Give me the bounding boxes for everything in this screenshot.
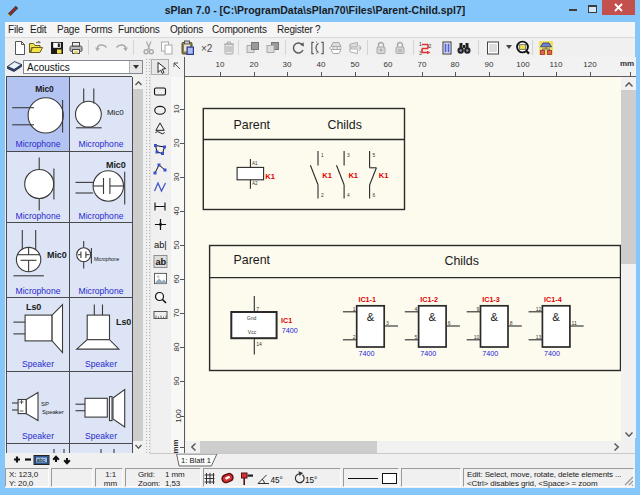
svg-text:K1: K1	[379, 171, 389, 180]
svg-text:1: 1	[321, 153, 324, 158]
svg-text:K1: K1	[322, 171, 332, 180]
svg-text:&: &	[367, 311, 375, 323]
svg-text:7: 7	[256, 306, 259, 312]
svg-text:45°: 45°	[271, 476, 283, 485]
svg-text:13: 13	[536, 334, 542, 340]
svg-text:3: 3	[386, 320, 389, 326]
svg-text:&: &	[429, 311, 437, 323]
svg-text:5: 5	[373, 153, 376, 158]
svg-text:6: 6	[448, 320, 451, 326]
svg-text:K1: K1	[265, 172, 275, 181]
svg-text:4: 4	[347, 193, 350, 198]
svg-text:7400: 7400	[544, 349, 560, 358]
svg-text:9: 9	[477, 306, 480, 312]
svg-text:7400: 7400	[358, 349, 374, 358]
svg-text:Gnd: Gnd	[247, 315, 257, 321]
svg-text:Childs: Childs	[445, 254, 479, 268]
svg-text:2: 2	[353, 334, 356, 340]
svg-text:A1: A1	[252, 161, 258, 166]
svg-text:A2: A2	[252, 181, 258, 186]
svg-text:abc: abc	[37, 457, 46, 463]
svg-text:×2: ×2	[201, 43, 213, 54]
svg-text:Parent: Parent	[234, 118, 271, 132]
svg-text:IC1-1: IC1-1	[358, 295, 376, 304]
svg-text:6: 6	[373, 193, 376, 198]
svg-text:IC1-3: IC1-3	[482, 295, 500, 304]
svg-text:IC1-2: IC1-2	[420, 295, 438, 304]
svg-text:1: 1	[419, 41, 422, 47]
svg-text:K1: K1	[348, 171, 358, 180]
svg-text:1: Blatt 1: 1: Blatt 1	[181, 456, 211, 465]
svg-text:IC1-4: IC1-4	[544, 295, 562, 304]
svg-text:4: 4	[415, 306, 418, 312]
svg-text:12: 12	[536, 306, 542, 312]
svg-text:IC1: IC1	[281, 316, 292, 325]
svg-text:Vcc: Vcc	[248, 329, 257, 335]
svg-text:Parent: Parent	[234, 253, 271, 267]
svg-text:ab: ab	[155, 257, 166, 267]
svg-text:14: 14	[256, 341, 262, 347]
svg-text:11: 11	[572, 320, 577, 326]
svg-text:1: 1	[353, 306, 356, 312]
svg-text:5: 5	[415, 334, 418, 340]
svg-text:8: 8	[510, 320, 513, 326]
svg-text:2: 2	[321, 193, 324, 198]
svg-text:Childs: Childs	[328, 118, 362, 132]
svg-text:7400: 7400	[482, 349, 498, 358]
svg-text:3: 3	[347, 153, 350, 158]
svg-text:ab|: ab|	[154, 240, 167, 250]
svg-text:10: 10	[474, 334, 480, 340]
svg-text:2: 2	[429, 43, 432, 49]
svg-text:&: &	[552, 311, 560, 323]
svg-text:7400: 7400	[420, 349, 436, 358]
svg-text:7400: 7400	[282, 326, 298, 335]
svg-text:&: &	[490, 311, 498, 323]
svg-text:15°: 15°	[305, 476, 317, 485]
